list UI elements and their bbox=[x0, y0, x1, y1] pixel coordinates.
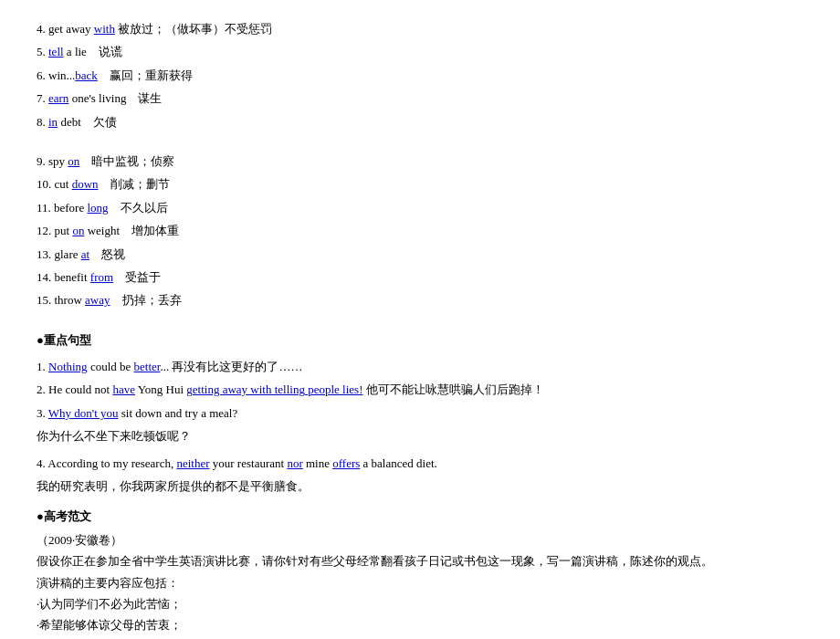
phrase-rest: one's living 谋生 bbox=[68, 91, 162, 105]
phrase-link-down[interactable]: down bbox=[72, 177, 99, 191]
sentence-rest: ... 再没有比这更好的了…… bbox=[160, 360, 302, 373]
sentence-2: 2. He could not have Yong Hui getting aw… bbox=[37, 379, 803, 400]
key-sentences-section: ●重点句型 1. Nothing could be better... 再没有比… bbox=[37, 330, 803, 498]
content-area: 4. get away with 被放过；（做坏事）不受惩罚 5. tell a… bbox=[37, 18, 803, 639]
phrase-list-2: 9. spy on 暗中监视；侦察 10. cut down 削减；删节 11.… bbox=[37, 151, 803, 311]
phrase-num: 8. bbox=[37, 115, 48, 129]
sentence-3-chinese: 你为什么不坐下来吃顿饭呢？ bbox=[37, 425, 803, 446]
sentence-text: could be bbox=[88, 360, 134, 373]
phrase-num: 4. get away bbox=[37, 22, 94, 36]
phrase-rest: 削减；删节 bbox=[99, 177, 170, 191]
phrase-item-10: 10. cut down 削减；删节 bbox=[37, 173, 803, 194]
gaokao-bullet-1: ·认为同学们不必为此苦恼； bbox=[37, 593, 803, 614]
phrase-rest: 不久以后 bbox=[109, 201, 168, 215]
phrase-link-tell[interactable]: tell bbox=[48, 45, 64, 58]
key-sentences-header: ●重点句型 bbox=[37, 330, 803, 351]
gaokao-sub-header: 演讲稿的主要内容应包括： bbox=[37, 576, 179, 590]
phrase-link-at[interactable]: at bbox=[81, 247, 89, 261]
phrase-link-in[interactable]: in bbox=[48, 115, 58, 129]
sentence-link-offers[interactable]: offers bbox=[332, 456, 360, 470]
phrase-link-on[interactable]: on bbox=[68, 154, 79, 168]
sentence-link-have[interactable]: have bbox=[112, 382, 135, 396]
sentence-num: 4. According to my research, bbox=[37, 456, 176, 470]
phrase-item-13: 13. glare at 怒视 bbox=[37, 244, 803, 265]
gaokao-prompt: 假设你正在参加全省中学生英语演讲比赛，请你针对有些父母经常翻看孩子日记或书包这一… bbox=[37, 554, 713, 568]
sentence-link-nor[interactable]: nor bbox=[287, 456, 302, 470]
phrase-num: 13. glare bbox=[37, 247, 81, 261]
phrase-list-1: 4. get away with 被放过；（做坏事）不受惩罚 5. tell a… bbox=[37, 18, 803, 132]
sentence-rest: 他可不能让咏慧哄骗人们后跑掉！ bbox=[362, 382, 543, 396]
phrase-num: 5. bbox=[37, 45, 48, 58]
phrase-num: 12. put bbox=[37, 224, 72, 237]
phrase-link-with[interactable]: with bbox=[94, 22, 115, 36]
phrase-num: 14. benefit bbox=[37, 270, 90, 284]
sentence-1: 1. Nothing could be better... 再没有比这更好的了…… bbox=[37, 356, 803, 377]
sentence-num: 1. bbox=[37, 360, 48, 373]
phrase-num: 15. throw bbox=[37, 293, 85, 307]
phrase-num: 9. spy bbox=[37, 154, 68, 168]
phrase-rest: 扔掉；丢弃 bbox=[110, 293, 182, 307]
sentence-rest: sit down and try a meal? bbox=[119, 406, 238, 420]
phrase-num: 10. cut bbox=[37, 177, 72, 191]
sentence-4-chinese: 我的研究表明，你我两家所提供的都不是平衡膳食。 bbox=[37, 476, 803, 497]
phrase-rest: a lie 说谎 bbox=[64, 45, 122, 58]
phrase-link-long[interactable]: long bbox=[87, 201, 108, 215]
phrase-item-9: 9. spy on 暗中监视；侦察 bbox=[37, 151, 803, 172]
gaokao-section: ●高考范文 （2009·安徽卷） 假设你正在参加全省中学生英语演讲比赛，请你针对… bbox=[37, 506, 803, 639]
phrase-rest: 被放过；（做坏事）不受惩罚 bbox=[115, 22, 272, 36]
sentence-link-getting[interactable]: getting away with telling people lies! bbox=[186, 382, 362, 396]
phrase-item-4: 4. get away with 被放过；（做坏事）不受惩罚 bbox=[37, 18, 803, 39]
phrase-item-12: 12. put on weight 增加体重 bbox=[37, 220, 803, 241]
phrase-rest: debt 欠债 bbox=[58, 115, 117, 129]
phrase-rest: 暗中监视；侦察 bbox=[79, 154, 174, 168]
sentence-link-nothing[interactable]: Nothing bbox=[48, 360, 88, 373]
sentence-num: 3. bbox=[37, 406, 48, 420]
phrase-rest: 受益于 bbox=[113, 270, 161, 284]
gaokao-year: （2009·安徽卷） bbox=[37, 533, 122, 547]
phrase-rest: weight 增加体重 bbox=[84, 224, 179, 237]
phrase-rest: 赢回；重新获得 bbox=[98, 68, 193, 82]
phrase-num: 7. bbox=[37, 91, 48, 105]
phrase-link-from[interactable]: from bbox=[90, 270, 113, 284]
phrase-item-15: 15. throw away 扔掉；丢弃 bbox=[37, 289, 803, 310]
sentence-text2: mine bbox=[303, 456, 333, 470]
phrase-rest: 怒视 bbox=[89, 247, 125, 261]
phrase-item-6: 6. win...back 赢回；重新获得 bbox=[37, 65, 803, 86]
gaokao-header: ●高考范文 bbox=[37, 506, 803, 527]
phrase-link-away[interactable]: away bbox=[85, 293, 110, 307]
phrase-item-14: 14. benefit from 受益于 bbox=[37, 267, 803, 288]
sentence-link-neither[interactable]: neither bbox=[176, 456, 209, 470]
phrase-link-on2[interactable]: on bbox=[72, 224, 84, 237]
sentence-3: 3. Why don't you sit down and try a meal… bbox=[37, 403, 803, 424]
sentence-rest: a balanced diet. bbox=[360, 456, 436, 470]
phrase-item-5: 5. tell a lie 说谎 bbox=[37, 41, 803, 62]
phrase-item-11: 11. before long 不久以后 bbox=[37, 197, 803, 218]
phrase-num: 6. win... bbox=[37, 68, 75, 82]
gaokao-bullet-2: ·希望能够体谅父母的苦衷； bbox=[37, 614, 803, 635]
phrase-item-8: 8. in debt 欠债 bbox=[37, 111, 803, 132]
phrase-item-7: 7. earn one's living 谋生 bbox=[37, 88, 803, 109]
sentence-text: your restaurant bbox=[210, 456, 288, 470]
phrase-link-earn[interactable]: earn bbox=[48, 91, 68, 105]
phrase-link-back[interactable]: back bbox=[75, 68, 98, 82]
sentence-text: Yong Hui bbox=[135, 382, 186, 396]
phrase-num: 11. before bbox=[37, 201, 87, 215]
sentence-link-why[interactable]: Why don't you bbox=[48, 406, 119, 420]
sentence-4: 4. According to my research, neither you… bbox=[37, 453, 803, 474]
sentence-num: 2. He could not bbox=[37, 382, 112, 396]
sentence-link-better[interactable]: better bbox=[134, 360, 161, 373]
